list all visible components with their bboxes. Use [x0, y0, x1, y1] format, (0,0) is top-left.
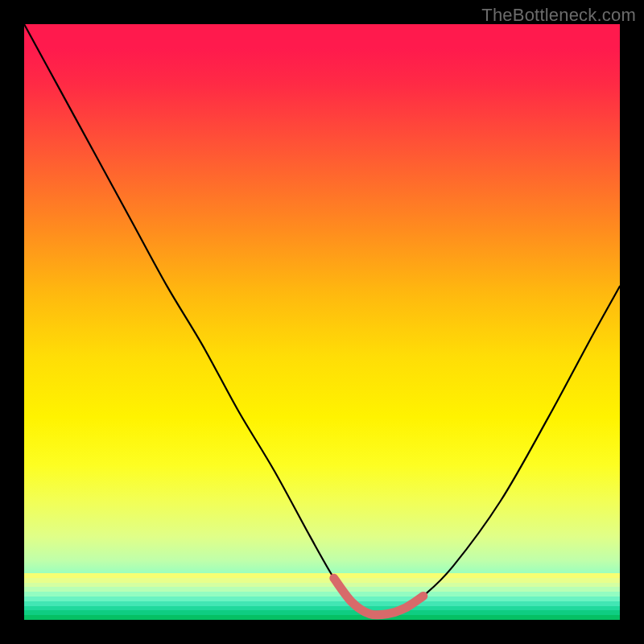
chart-frame: TheBottleneck.com	[0, 0, 644, 644]
highlight-segment	[334, 578, 423, 615]
bottleneck-curve	[24, 24, 620, 615]
plot-area	[24, 24, 620, 620]
watermark-text: TheBottleneck.com	[481, 5, 636, 26]
curve-svg	[24, 24, 620, 620]
